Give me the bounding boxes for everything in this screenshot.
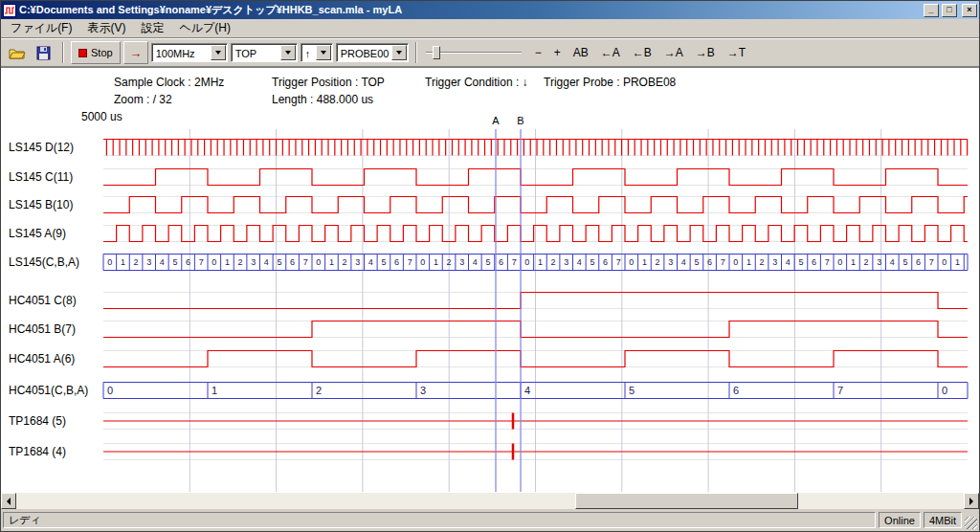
signal-label[interactable]: HC4051 C(8) [9,294,77,307]
toolbar: Stop → 100MHz TOP ↑ PROBE00 − + AB ←A [1,38,979,67]
bus-value: 6 [733,385,739,396]
bus-value: 6 [290,257,295,267]
scrollbar-thumb[interactable] [575,493,798,509]
scroll-right-button[interactable] [964,493,979,509]
horizontal-scrollbar[interactable] [1,493,979,509]
bus-value: 3 [420,385,426,396]
cursor-label-A: A [492,115,500,126]
close-button[interactable]: × [962,4,977,17]
save-file-button[interactable] [32,41,56,64]
clock-rate-select[interactable]: 100MHz [151,43,228,62]
run-button[interactable]: → [123,41,148,64]
bus-value: 2 [316,385,322,396]
menu-settings[interactable]: 設定 [133,18,171,38]
zoom-slider-handle[interactable] [433,46,440,59]
bus-value: 6 [394,257,399,267]
bus-value: 3 [877,257,881,267]
menu-view[interactable]: 表示(V) [79,18,133,38]
bus-value: 7 [616,257,621,267]
signal-label[interactable]: TP1684 (4) [9,445,66,458]
bus-value: 0 [107,385,113,396]
move-cursor-a-button[interactable]: →A [659,44,688,61]
scroll-left-button[interactable] [1,493,16,509]
bus-value: 7 [512,257,517,267]
bus-value: 1 [851,257,856,267]
jump-to-cursor-a-button[interactable]: ←A [596,44,625,61]
bus-value: 4 [681,257,686,267]
bus-value: 7 [199,257,204,267]
bus-value: 7 [408,257,412,267]
bus-value: 0 [316,257,321,267]
chevron-down-icon[interactable] [211,45,226,60]
bus-value: 0 [107,257,112,267]
title-bar: C:¥Documents and Settings¥noname¥デスクトップ¥… [1,1,979,19]
bus-value: 3 [668,257,673,267]
signal-label[interactable]: HC4051(C,B,A) [9,384,88,397]
status-online: Online [879,512,921,528]
signal-label[interactable]: LS145 D(12) [9,141,74,154]
bus-value: 4 [368,257,373,267]
bus-value: 2 [447,257,452,267]
bus-value: 4 [160,257,165,267]
bus-value: 0 [212,257,216,267]
clock-rate-value: 100MHz [152,46,211,59]
zoom-in-button[interactable]: + [549,44,566,61]
bus-value: 5 [485,257,490,267]
minimize-button[interactable]: _ [924,4,939,17]
app-icon [3,4,16,17]
run-arrow-icon: → [129,46,142,60]
signal-label[interactable]: LS145 A(9) [9,227,66,240]
bus-value: 0 [629,257,634,267]
bus-value: 6 [812,257,816,267]
bus-value: 5 [381,257,386,267]
status-memory: 4MBit [924,512,962,528]
trigger-edge-select[interactable]: ↑ [301,43,333,62]
bus-value: 0 [420,257,425,267]
cursor-ab-button[interactable]: AB [568,44,593,61]
menu-bar: ファイル(F) 表示(V) 設定 ヘルプ(H) [1,19,979,38]
chevron-down-icon[interactable] [316,45,331,60]
chevron-down-icon[interactable] [391,45,407,60]
bus-value: 2 [760,257,765,267]
stop-button[interactable]: Stop [71,41,121,64]
signal-label[interactable]: TP1684 (5) [9,414,66,428]
bus-value: 0 [942,385,947,396]
chevron-down-icon[interactable] [280,45,296,60]
floppy-icon [36,46,51,60]
signal-label[interactable]: LS145 B(10) [9,198,73,211]
stop-icon [78,49,87,57]
bus-value: 2 [238,257,243,267]
app-window: C:¥Documents and Settings¥noname¥デスクトップ¥… [0,0,980,532]
status-message: レディ [3,512,876,528]
jump-to-trigger-button[interactable]: →T [723,44,750,61]
move-cursor-b-button[interactable]: →B [691,44,720,61]
signal-label[interactable]: HC4051 A(6) [9,352,75,366]
toolbar-separator [62,42,64,63]
signal-label[interactable]: LS145 C(11) [9,170,73,184]
open-file-button[interactable] [5,41,29,64]
zoom-slider-track [426,52,522,54]
toolbar-separator [415,42,417,63]
trigger-position-select[interactable]: TOP [231,43,298,62]
bus-value: 2 [864,257,869,267]
zoom-out-button[interactable]: − [530,44,546,61]
menu-file[interactable]: ファイル(F) [3,18,79,38]
bus-value: 3 [459,257,464,267]
bus-value: 3 [251,257,256,267]
menu-help[interactable]: ヘルプ(H) [171,18,238,38]
bus-value: 0 [942,257,947,267]
cursor-label-B: B [517,115,523,126]
stop-label: Stop [91,47,113,58]
signal-label[interactable]: HC4051 B(7) [9,322,76,336]
status-bar: レディ Online 4MBit [1,509,979,531]
bus-value: 6 [916,257,921,267]
jump-to-cursor-b-button[interactable]: ←B [628,44,657,61]
resize-grip[interactable] [965,517,977,529]
bus-value: 0 [733,257,738,267]
bus-value: 5 [172,257,177,267]
waveform-display[interactable]: LS145 D(12)LS145 C(11)LS145 B(10)LS145 A… [1,68,979,493]
trigger-probe-select[interactable]: PROBE00 [336,43,409,62]
signal-label[interactable]: LS145(C,B,A) [9,255,79,269]
maximize-button[interactable]: □ [942,4,957,17]
zoom-slider[interactable] [426,42,522,63]
